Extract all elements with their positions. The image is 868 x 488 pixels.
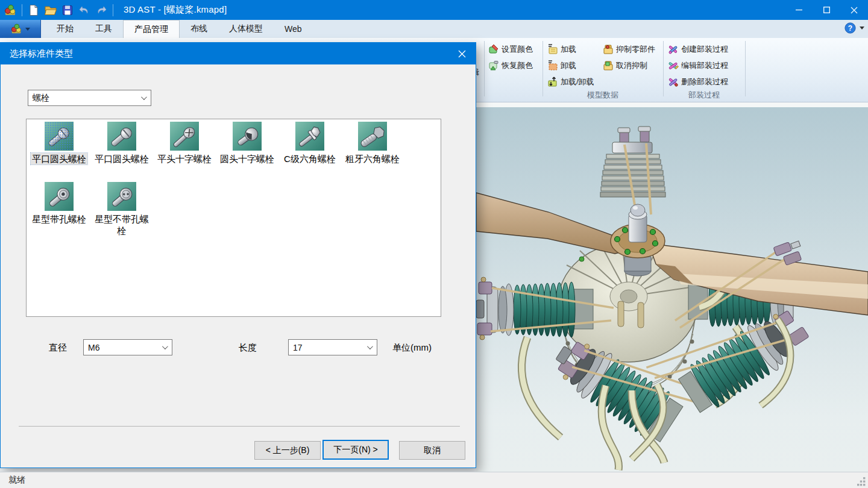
part-item-label: 圆头十字螺栓: [219, 153, 275, 164]
assembly-process-group-label: 部装过程: [665, 90, 743, 101]
restore-color-button[interactable]: 恢复颜色: [488, 58, 533, 73]
part-item[interactable]: C级六角螺栓: [278, 122, 341, 164]
tab-start[interactable]: 开始: [46, 20, 84, 38]
save-button[interactable]: [60, 3, 75, 17]
delete-assembly-process-icon: [668, 77, 679, 87]
part-item-label: 星型带孔螺栓: [31, 213, 87, 225]
length-dropdown[interactable]: 17: [288, 339, 377, 355]
length-label: 长度: [239, 342, 257, 354]
app-logo-icon: [3, 3, 17, 17]
delete-assembly-process-button[interactable]: 删除部装过程: [668, 75, 728, 89]
part-item[interactable]: 平口圆头螺栓: [90, 122, 153, 164]
minimize-button[interactable]: [785, 0, 813, 20]
cancel-suppress-label: 取消抑制: [616, 60, 647, 71]
load-unload-button[interactable]: 加载/卸载: [547, 75, 594, 89]
tab-tools[interactable]: 工具: [84, 20, 123, 38]
status-text: 就绪: [8, 475, 25, 486]
tab-product-management[interactable]: 产品管理: [123, 20, 180, 38]
flat-cross-head-bolt-icon: [170, 122, 199, 151]
suppress-parts-button[interactable]: 抑制零部件: [603, 42, 655, 57]
new-document-button[interactable]: [27, 3, 41, 17]
maximize-button[interactable]: [813, 0, 840, 20]
help-dropdown-icon[interactable]: [860, 27, 864, 30]
redo-button[interactable]: [94, 3, 108, 17]
app-logo-icon: [10, 23, 22, 35]
flat-slot-round-head-bolt-icon: [107, 122, 136, 151]
part-item[interactable]: 星型带孔螺栓: [28, 182, 90, 225]
chevron-down-icon: [25, 28, 30, 31]
edit-assembly-process-icon: [668, 60, 679, 71]
next-button[interactable]: 下一页(N) >: [322, 440, 389, 460]
part-category-dropdown[interactable]: 螺栓: [28, 90, 151, 106]
3d-viewport[interactable]: [476, 102, 868, 472]
cancel-suppress-button[interactable]: 取消抑制: [603, 58, 647, 73]
load-label: 加载: [561, 44, 576, 55]
tab-web[interactable]: Web: [274, 20, 313, 38]
part-item[interactable]: 平口圆头螺栓: [28, 122, 90, 164]
cancel-button[interactable]: 取消: [399, 441, 465, 460]
part-category-value: 螺栓: [33, 93, 49, 104]
dialog-separator: [19, 426, 460, 427]
create-assembly-process-label: 创建部装过程: [681, 44, 728, 55]
window-title: 3D AST - [螺旋桨.kmapd]: [124, 4, 227, 16]
group-separator: [484, 41, 485, 96]
edit-assembly-process-button[interactable]: 编辑部装过程: [668, 58, 728, 73]
back-button[interactable]: < 上一步(B): [254, 441, 321, 460]
close-icon: [458, 50, 466, 58]
close-button[interactable]: [840, 0, 868, 20]
part-item-label: 平口圆头螺栓: [31, 153, 87, 164]
toolbar-separator: [113, 4, 113, 16]
coarse-thread-hex-bolt-icon: [358, 122, 387, 151]
chevron-down-icon: [367, 343, 373, 349]
select-standard-part-dialog: 选择标准件类型 螺栓 平口圆头螺栓 平口圆头螺栓 平头十字螺栓: [0, 42, 476, 468]
suppress-parts-label: 抑制零部件: [616, 44, 655, 55]
tab-routing[interactable]: 布线: [180, 20, 218, 38]
part-item[interactable]: 星型不带孔螺栓: [90, 182, 153, 236]
set-color-label: 设置颜色: [502, 44, 533, 55]
application-menu-button[interactable]: [0, 20, 41, 38]
create-assembly-process-icon: [668, 44, 679, 55]
unload-button[interactable]: 卸载: [547, 58, 576, 73]
diameter-label: 直径: [49, 342, 67, 354]
set-color-icon: [488, 44, 499, 55]
help-button[interactable]: ?: [844, 22, 856, 34]
part-type-panel: 平口圆头螺栓 平口圆头螺栓 平头十字螺栓 圆头十字螺栓 C级六角螺栓 粗牙六角螺…: [26, 119, 441, 317]
part-item-label: C级六角螺栓: [283, 153, 337, 164]
part-item[interactable]: 粗牙六角螺栓: [341, 122, 404, 164]
toolbar-separator: [22, 4, 22, 16]
resize-grip[interactable]: [857, 477, 866, 486]
quick-access-toolbar: [0, 3, 115, 17]
flat-slot-round-head-bolt-icon: [45, 122, 74, 151]
load-icon: [547, 44, 558, 55]
dialog-close-button[interactable]: [453, 46, 471, 61]
c-grade-hex-bolt-icon: [295, 122, 324, 151]
undo-button[interactable]: [77, 3, 92, 17]
open-file-button[interactable]: [43, 3, 58, 17]
star-head-bolt-without-hole-icon: [107, 182, 136, 211]
length-value: 17: [293, 343, 303, 352]
set-color-button[interactable]: 设置颜色: [488, 42, 533, 57]
svg-text:?: ?: [848, 24, 852, 33]
group-separator: [745, 41, 746, 96]
load-button[interactable]: 加载: [547, 42, 576, 57]
cancel-suppress-icon: [603, 60, 614, 71]
unit-label: 单位(mm): [392, 342, 432, 354]
chevron-down-icon: [162, 343, 168, 349]
delete-assembly-process-label: 删除部装过程: [681, 77, 728, 87]
part-item-label: 粗牙六角螺栓: [344, 153, 401, 164]
diameter-value: M6: [88, 343, 99, 352]
part-item[interactable]: 平头十字螺栓: [153, 122, 216, 164]
part-item-label: 星型不带孔螺栓: [90, 213, 153, 236]
dialog-title: 选择标准件类型: [10, 48, 73, 60]
round-cross-head-bolt-icon: [233, 122, 262, 151]
group-separator: [542, 41, 543, 96]
dialog-title-bar[interactable]: 选择标准件类型: [1, 43, 476, 64]
tab-human-model[interactable]: 人体模型: [218, 20, 274, 38]
create-assembly-process-button[interactable]: 创建部装过程: [668, 42, 728, 57]
part-item[interactable]: 圆头十字螺栓: [216, 122, 278, 164]
star-head-bolt-with-hole-icon: [45, 182, 74, 211]
radial-engine-model: [476, 102, 868, 472]
diameter-dropdown[interactable]: M6: [83, 339, 172, 355]
group-separator: [663, 41, 664, 96]
model-data-group-label: 模型数据: [544, 90, 661, 101]
